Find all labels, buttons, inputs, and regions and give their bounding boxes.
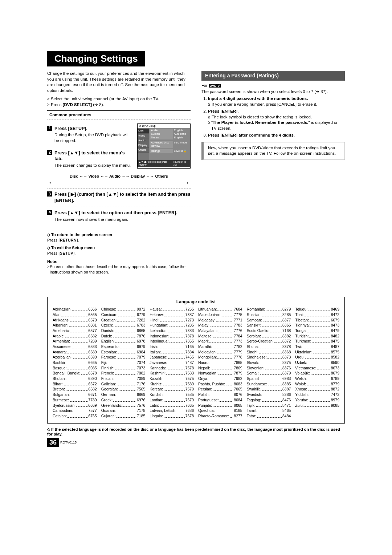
page-number: 36 [47,438,59,447]
language-row: Singhalese:8373 [247,355,291,360]
osd-foot-left: ▲▼◀▶ to select and press ENTER [139,161,173,167]
osd-line-subtitle: Subtitle [150,132,173,136]
language-row: Korean:7579 [150,386,194,392]
language-row: Dutch:7876 [101,333,146,339]
language-row: German:6869 [101,392,146,397]
step-1-body: During the Setup, the DVD playback will … [54,132,134,143]
language-row: Malayalam:7776 [198,328,242,333]
language-row: Hebrew:7387 [150,312,194,317]
language-row: Corsican:6779 [101,312,146,317]
language-row: Burmese:7789 [53,397,97,403]
language-row: Yoruba:8979 [295,397,339,403]
step-2-body: The screen changes to display the menu. [54,163,134,169]
language-row: Interlingua:7365 [150,339,194,344]
right-column: Entering a Password (Ratings) For DVD-V … [201,71,345,275]
language-row: Kurdish:7585 [150,392,194,397]
language-row: Macedonian:7775 [198,312,242,317]
intro-text: Change the settings to suit your prefere… [47,71,191,93]
language-row: Kannada:7578 [150,365,194,371]
language-row: Pashto, Pushto:8083 [198,381,242,387]
language-row: Malagasy:7771 [198,317,242,323]
language-row: Arabic:6582 [53,333,97,339]
language-row: Irish:7165 [150,344,194,349]
osd-tab-audio: Audio [138,138,149,143]
language-row: Tagalog:8476 [247,397,291,403]
language-row: Latvian, Lettish:7686 [150,408,194,413]
osd-line-ratings: Ratings [150,149,173,153]
step-num-4: 4 [47,210,52,215]
language-row: Samoan:8377 [247,317,291,323]
language-row: Lithuanian:7684 [198,307,242,312]
language-row: Catalan:6765 [53,413,97,419]
language-row: Azerbaijani:6590 [53,355,97,360]
language-row: Nauru:7865 [198,360,242,365]
language-row: Xhosa:8872 [295,386,339,392]
language-row: Czech:6783 [101,323,146,328]
ratings-steps: Input a 4-digit password with the numeri… [201,96,345,138]
language-row: Spanish:6983 [247,376,291,381]
language-row: Aymara:6589 [53,349,97,355]
step-4-title: Press [▲▼] to select the option and then… [54,210,177,216]
language-row: Bihari:6672 [53,381,97,387]
language-row: Croatian:7282 [101,317,146,323]
language-row: Sindhi:8368 [247,349,291,355]
language-row: Maltese:7784 [198,333,242,339]
return-head-1: To return to the previous screen [47,232,191,238]
language-row: Turkmen:8475 [295,339,339,344]
language-row: Slovak:8375 [247,360,291,365]
language-row: Tigrinya:8473 [295,323,339,328]
osd-screenshot: DVD Setup Disc Video Audio Display Other… [137,123,191,169]
language-row: Swedish:8386 [247,392,291,397]
step-4-body: The screen now shows the menu again. [54,217,191,223]
intro-bullet-2: ≥Press [DVD SELECT] (➔ 8). [47,102,191,108]
language-row: Latin:7665 [150,403,194,408]
language-row: Serbo-Croatian:8372 [247,339,291,344]
language-row: Greenlandic:7576 [101,403,146,408]
language-row: Breton:6682 [53,386,97,392]
r-step-3: Press [ENTER] after confirming the 4 dig… [208,133,295,137]
language-row: Zulu:9085 [295,403,339,408]
language-row: Somali:8379 [247,370,291,376]
language-row: Bulgarian:6671 [53,392,97,397]
language-row: Lingala:7678 [150,413,194,419]
language-row: Sanskrit:8365 [247,323,291,328]
language-row: Malay:7783 [198,323,242,328]
language-row: Kazakh:7575 [150,376,194,381]
language-row: Greek:6976 [101,397,146,403]
osd-tab-display: Display [138,143,149,148]
language-row: Chinese:9072 [101,307,146,312]
language-row: Persian:7065 [198,386,242,392]
language-row: Byelorussian:6669 [53,403,97,408]
ratings-heading: Entering a Password (Ratings) [201,71,345,81]
language-row: Indonesian:7378 [150,333,194,339]
osd-tab-video: Video [138,134,149,138]
language-row: Estonian:6984 [101,349,146,355]
language-title: Language code list [53,299,339,304]
language-row: Ukrainian:8575 [295,349,339,355]
for-line: For DVD-V [201,83,345,88]
language-row: Volapük:8679 [295,370,339,376]
language-row: Assamese:6583 [53,344,97,349]
ratings-inset: Now, when you insert a DVD-Video that ex… [201,142,345,160]
language-row: Mongolian:7778 [198,355,242,360]
language-row: English:6978 [101,339,146,344]
language-row: Welsh:6789 [295,376,339,381]
language-row: Kirghiz:7589 [150,381,194,387]
language-row: Scots Gaelic:7168 [247,328,291,333]
language-row: Urdu:8582 [295,355,339,360]
language-row: Javanese:7487 [150,360,194,365]
return-body-1: Press [RETURN]. [47,238,191,243]
step-2-title: Press [▲▼] to select the menu's tab. [54,150,134,162]
language-row: Italian:7384 [150,349,194,355]
language-code-list: Language code list Abkhazian:6566Afar:65… [47,297,345,423]
return-body-2: Press [SETUP]. [47,251,191,256]
language-row: Rhaeto-Romance:8277 [198,413,242,419]
language-row: Twi:8487 [295,344,339,349]
language-row: Bashkir:6665 [53,360,97,365]
language-row: Oriya:7982 [198,376,242,381]
language-row: Wolof:8779 [295,381,339,387]
r-step-2-sub1: The lock symbol is closed to show the ra… [212,114,312,120]
language-row: Gujarati:7185 [101,413,146,419]
language-row: Vietnamese:8673 [295,365,339,371]
language-row: Guarani:7178 [101,408,146,413]
